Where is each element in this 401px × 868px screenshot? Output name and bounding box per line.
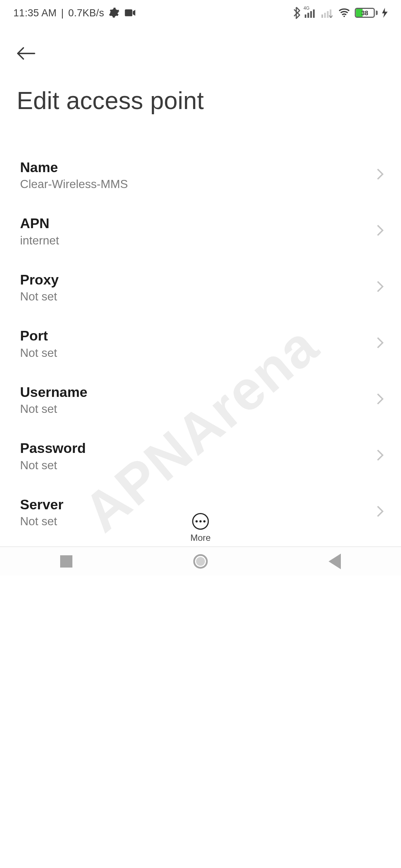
gear-icon [108,7,120,19]
status-net-speed: 0.7KB/s [68,7,104,19]
row-name[interactable]: Name Clear-Wireless-MMS [0,147,401,203]
row-value: Clear-Wireless-MMS [20,178,376,191]
charging-icon [382,8,388,18]
back-button[interactable] [17,42,39,65]
chevron-right-icon [376,392,384,408]
row-proxy[interactable]: Proxy Not set [0,259,401,316]
svg-rect-6 [324,13,326,18]
settings-list: Name Clear-Wireless-MMS APN internet Pro… [0,147,401,575]
svg-rect-0 [125,9,132,16]
row-apn[interactable]: APN internet [0,203,401,260]
svg-rect-2 [307,13,309,18]
row-value: internet [20,234,376,247]
signal-none-icon [322,8,334,18]
svg-rect-1 [305,14,307,18]
row-label: Username [20,384,376,400]
row-value: Not set [20,346,376,359]
chevron-right-icon [376,167,384,183]
battery-percent: 38 [356,9,374,17]
row-password[interactable]: Password Not set [0,428,401,484]
arrow-left-icon [17,47,36,60]
svg-rect-7 [327,11,329,18]
row-value: Not set [20,458,376,472]
status-bar: 11:35 AM | 0.7KB/s 4G [0,0,401,26]
system-navbar [0,546,401,575]
row-label: Port [20,328,376,344]
nav-back-icon[interactable] [328,553,340,569]
status-separator: | [61,7,63,19]
row-label: Server [20,496,376,513]
chevron-right-icon [376,336,384,351]
more-label: More [190,533,211,543]
nav-home-icon[interactable] [193,554,208,568]
chevron-right-icon [376,280,384,295]
wifi-icon [338,8,351,18]
row-label: Password [20,440,376,457]
camera-icon [124,9,136,17]
row-value: Not set [20,290,376,303]
row-label: Name [20,159,376,175]
signal-4g-icon: 4G [305,8,317,18]
row-label: APN [20,216,376,232]
more-button[interactable] [192,513,209,530]
bluetooth-icon [293,7,300,19]
chevron-right-icon [376,223,384,239]
row-port[interactable]: Port Not set [0,316,401,372]
battery-icon: 38 [355,8,378,18]
row-value: Not set [20,402,376,416]
svg-point-9 [343,16,345,17]
row-username[interactable]: Username Not set [0,372,401,428]
svg-rect-4 [313,10,315,18]
svg-rect-5 [322,14,323,18]
page-title: Edit access point [17,87,384,115]
bottom-action-bar: More [0,513,401,546]
status-time: 11:35 AM [13,7,56,19]
svg-rect-3 [310,11,312,18]
chevron-right-icon [376,448,384,464]
row-label: Proxy [20,272,376,288]
nav-recents-icon[interactable] [60,555,72,567]
dots-icon [196,520,198,523]
